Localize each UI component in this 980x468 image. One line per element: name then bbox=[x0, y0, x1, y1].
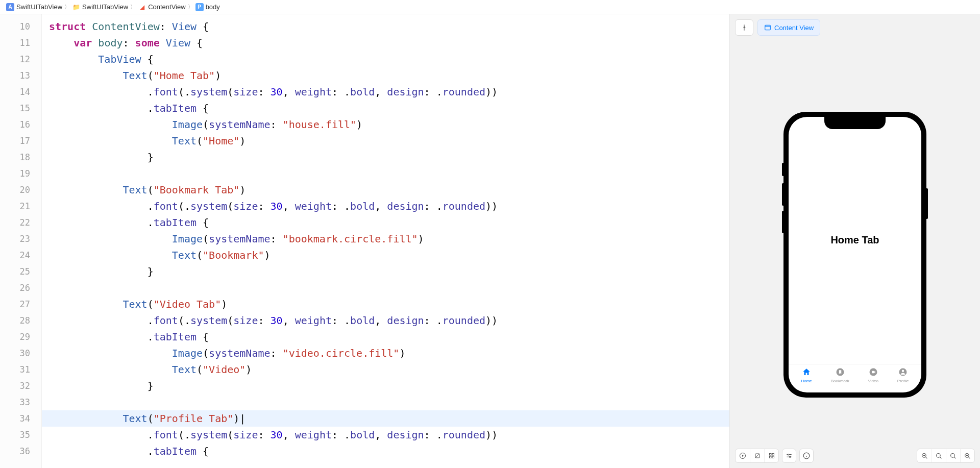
code-area[interactable]: struct ContentView: View { var body: som… bbox=[42, 14, 729, 468]
run-preview-button[interactable] bbox=[736, 449, 750, 462]
tab-item-profile[interactable]: Profile bbox=[897, 367, 909, 383]
tab-label: Profile bbox=[897, 379, 909, 383]
line-number: 29 bbox=[0, 329, 37, 345]
swift-icon: ◢ bbox=[138, 3, 146, 11]
device-settings-button[interactable] bbox=[782, 449, 796, 463]
line-number: 15 bbox=[0, 100, 37, 116]
code-line[interactable]: .tabItem { bbox=[49, 443, 729, 459]
breadcrumb-item[interactable]: ◢ ContentView bbox=[138, 3, 185, 11]
code-line[interactable]: } bbox=[49, 378, 729, 394]
svg-rect-8 bbox=[772, 454, 774, 456]
grid-icon bbox=[769, 453, 775, 459]
info-button[interactable] bbox=[799, 449, 814, 463]
line-number: 28 bbox=[0, 312, 37, 329]
line-number: 13 bbox=[0, 67, 37, 84]
svg-rect-9 bbox=[769, 456, 771, 458]
code-line[interactable]: .font(.system(size: 30, weight: .bold, d… bbox=[49, 198, 729, 214]
line-number: 23 bbox=[0, 231, 37, 247]
code-line[interactable]: Image(systemName: "video.circle.fill") bbox=[49, 345, 729, 361]
line-number: 22 bbox=[0, 214, 37, 231]
zoom-100-button[interactable] bbox=[946, 449, 960, 462]
person-circle-icon bbox=[898, 367, 908, 378]
code-line[interactable]: } bbox=[49, 149, 729, 165]
chevron-right-icon: 〉 bbox=[130, 3, 136, 11]
app-icon: A bbox=[6, 3, 14, 11]
breadcrumb-label: SwiftUITabView bbox=[16, 3, 62, 11]
pin-button[interactable] bbox=[735, 19, 753, 36]
breadcrumb-label: body bbox=[206, 3, 220, 11]
zoom-out-icon bbox=[921, 453, 928, 459]
code-line[interactable] bbox=[49, 394, 729, 410]
code-line[interactable]: Image(systemName: "bookmark.circle.fill"… bbox=[49, 231, 729, 247]
line-number: 31 bbox=[0, 361, 37, 378]
line-number: 30 bbox=[0, 345, 37, 361]
code-line[interactable]: Text("Bookmark") bbox=[49, 247, 729, 263]
breadcrumb-label: ContentView bbox=[148, 3, 185, 11]
svg-point-12 bbox=[790, 456, 791, 457]
breadcrumb-item[interactable]: P body bbox=[195, 3, 220, 11]
line-number: 18 bbox=[0, 149, 37, 165]
code-editor[interactable]: 1011121314151617181920212223242526272829… bbox=[0, 14, 730, 468]
breadcrumb[interactable]: A SwiftUITabView 〉 📁 SwiftUITabView 〉 ◢ … bbox=[0, 0, 980, 14]
zoom-out-button[interactable] bbox=[917, 449, 932, 462]
line-number: 21 bbox=[0, 198, 37, 214]
code-line[interactable] bbox=[49, 280, 729, 296]
line-number: 33 bbox=[0, 394, 37, 410]
line-number: 26 bbox=[0, 280, 37, 296]
code-line[interactable]: var body: some View { bbox=[49, 35, 729, 51]
zoom-fit-icon bbox=[936, 453, 942, 459]
screen-text: Home Tab bbox=[789, 117, 921, 364]
code-line[interactable]: } bbox=[49, 263, 729, 280]
zoom-100-icon bbox=[950, 453, 957, 459]
code-line[interactable]: Text("Home") bbox=[49, 133, 729, 149]
code-line[interactable]: struct ContentView: View { bbox=[49, 18, 729, 35]
selectable-button[interactable] bbox=[750, 449, 764, 462]
code-line[interactable]: .font(.system(size: 30, weight: .bold, d… bbox=[49, 84, 729, 100]
line-number: 24 bbox=[0, 247, 37, 263]
svg-rect-0 bbox=[765, 25, 771, 30]
zoom-in-button[interactable] bbox=[960, 449, 974, 462]
tab-item-video[interactable]: Video bbox=[868, 367, 878, 383]
code-line[interactable]: Text("Bookmark Tab") bbox=[49, 182, 729, 198]
content-view-button[interactable]: Content View bbox=[757, 19, 820, 36]
code-line[interactable]: .font(.system(size: 30, weight: .bold, d… bbox=[49, 427, 729, 443]
breadcrumb-label: SwiftUITabView bbox=[82, 3, 128, 11]
line-number: 10 bbox=[0, 18, 37, 35]
code-line[interactable]: Image(systemName: "house.fill") bbox=[49, 116, 729, 133]
device-screen[interactable]: Home Tab HomeBookmarkVideoProfile bbox=[789, 117, 921, 392]
breadcrumb-item[interactable]: A SwiftUITabView bbox=[6, 3, 62, 11]
content-view-label: Content View bbox=[774, 24, 814, 32]
property-icon: P bbox=[195, 3, 204, 11]
preview-pane: Content View Home Tab HomeBookmarkVideoP… bbox=[730, 14, 980, 468]
chevron-right-icon: 〉 bbox=[188, 3, 193, 11]
tab-item-bookmark[interactable]: Bookmark bbox=[831, 367, 849, 383]
breadcrumb-item[interactable]: 📁 SwiftUITabView bbox=[72, 3, 128, 11]
line-number: 11 bbox=[0, 35, 37, 51]
line-number: 32 bbox=[0, 378, 37, 394]
zoom-fit-button[interactable] bbox=[932, 449, 946, 462]
settings-icon bbox=[786, 452, 793, 459]
code-line[interactable]: .font(.system(size: 30, weight: .bold, d… bbox=[49, 312, 729, 329]
code-line[interactable]: .tabItem { bbox=[49, 214, 729, 231]
video-circle-icon bbox=[869, 367, 878, 378]
device-frame: Home Tab HomeBookmarkVideoProfile bbox=[783, 112, 926, 398]
code-line[interactable]: Text("Video Tab") bbox=[49, 296, 729, 312]
line-number: 17 bbox=[0, 133, 37, 149]
variants-button[interactable] bbox=[764, 449, 778, 462]
folder-icon: 📁 bbox=[72, 3, 80, 11]
code-line[interactable]: .tabItem { bbox=[49, 329, 729, 345]
code-line[interactable] bbox=[49, 165, 729, 182]
code-line[interactable]: .tabItem { bbox=[49, 100, 729, 116]
line-number: 27 bbox=[0, 296, 37, 312]
code-line[interactable]: Text("Video") bbox=[49, 361, 729, 378]
code-line[interactable]: TabView { bbox=[49, 51, 729, 67]
pin-icon bbox=[741, 24, 748, 31]
line-number: 14 bbox=[0, 84, 37, 100]
tab-item-home[interactable]: Home bbox=[801, 367, 812, 383]
line-number: 12 bbox=[0, 51, 37, 67]
code-line[interactable]: Text("Home Tab") bbox=[49, 67, 729, 84]
line-gutter: 1011121314151617181920212223242526272829… bbox=[0, 14, 42, 468]
svg-rect-7 bbox=[769, 454, 771, 456]
code-line[interactable]: Text("Profile Tab")| bbox=[49, 410, 729, 427]
svg-rect-10 bbox=[772, 456, 774, 458]
